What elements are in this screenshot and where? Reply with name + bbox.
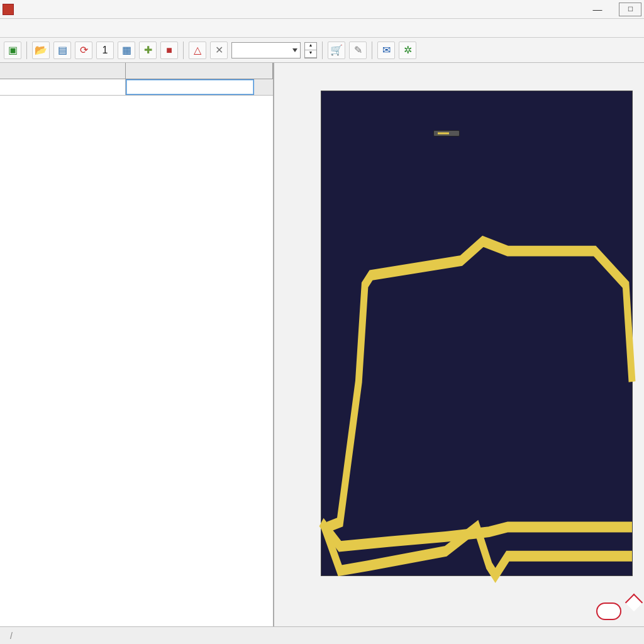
chart-lines [321,91,632,575]
toolbar-mail-icon[interactable]: ✉ [377,42,395,59]
titlebar: — ☐ [0,0,644,19]
chart-title [274,63,644,72]
field-count [254,79,273,95]
toolbar-one-icon[interactable]: 1 [96,42,114,59]
plot-area[interactable] [321,91,633,576]
field-label [0,79,126,95]
y-axis-ticks [275,91,318,576]
toolbar-flower-icon[interactable]: ✲ [399,42,416,59]
statusbar: / [0,626,644,644]
toolbar-wand-icon[interactable]: ✎ [349,42,367,59]
toolbar-separator [322,42,323,59]
right-panel [274,63,644,626]
menubar [0,19,644,38]
toolbar-separator [26,42,27,59]
content [0,63,644,626]
toolbar-warning-icon[interactable]: △ [189,42,206,59]
toolbar-folder-red-icon[interactable]: ■ [160,42,178,59]
toolbar-tools-icon[interactable]: ✕ [210,42,228,59]
toolbar-puzzle-icon[interactable]: ✚ [139,42,157,59]
left-columns-header [0,63,273,79]
toolbar-cart-icon[interactable]: 🛒 [328,42,345,59]
toolbar-icon-green-square[interactable]: ▣ [4,42,21,59]
field-value-input[interactable] [126,79,254,95]
col-header-name[interactable] [0,63,126,79]
left-list-scroll[interactable] [0,96,273,626]
minimize-button[interactable]: — [586,3,609,16]
toolbar-combo[interactable] [231,42,301,58]
maximize-button[interactable]: ☐ [619,3,641,16]
x-axis-ticks [321,581,633,595]
callout-bubble [596,602,621,620]
toolbar-layers-icon[interactable]: ▦ [118,42,135,59]
app-icon [3,4,14,15]
toolbar-window-icon[interactable]: ▤ [53,42,71,59]
toolbar-refresh-icon[interactable]: ⟳ [75,42,92,59]
toolbar-open-icon[interactable]: 📂 [32,42,50,59]
toolbar-separator [372,42,372,59]
left-panel [0,63,274,626]
section-heading [0,96,273,106]
toolbar: ▣ 📂 ▤ ⟳ 1 ▦ ✚ ■ △ ✕ ▲▼ 🛒 ✎ ✉ ✲ [0,38,644,63]
chart-area [275,72,636,626]
section-subtext [0,106,273,113]
left-field-row [0,79,273,96]
col-header-chalis[interactable] [126,63,273,79]
toolbar-separator [183,42,184,59]
toolbar-spinner[interactable]: ▲▼ [304,42,317,58]
